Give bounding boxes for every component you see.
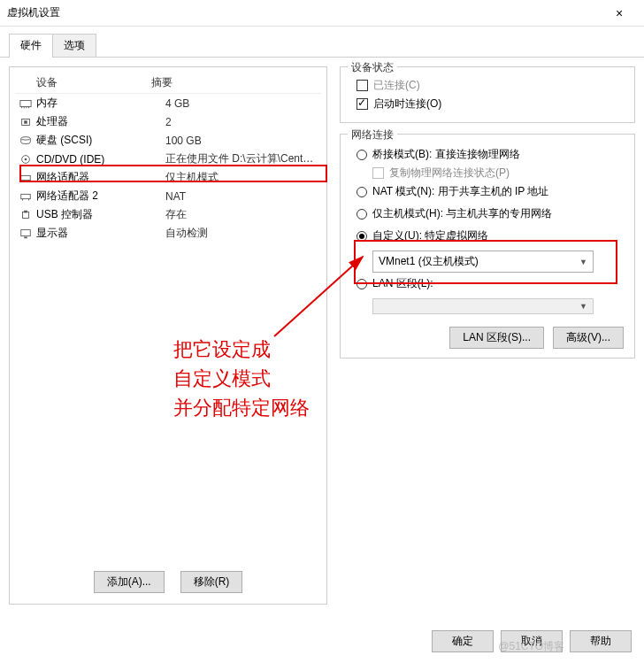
nat-label: NAT 模式(N): 用于共享主机的 IP 地址 (372, 184, 548, 199)
ok-button[interactable]: 确定 (432, 630, 494, 652)
radio-icon (356, 231, 367, 242)
lan-segments-button[interactable]: LAN 区段(S)... (449, 327, 544, 349)
annotation-line: 自定义模式 (173, 364, 310, 393)
hw-summary-label: 存在 (165, 207, 318, 222)
network-legend: 网络连接 (348, 127, 397, 143)
hw-row-usb[interactable]: USB 控制器 存在 (15, 205, 321, 224)
window-title: 虚拟机设置 (7, 5, 602, 20)
device-status-group: 设备状态 已连接(C) 启动时连接(O) (340, 66, 635, 123)
annotation-line: 把它设定成 (173, 335, 310, 364)
radio-custom[interactable]: 自定义(U): 特定虚拟网络 (351, 225, 625, 247)
connected-label: 已连接(C) (373, 78, 420, 93)
custom-network-value: VMnet1 (仅主机模式) (379, 254, 479, 269)
hw-device-label: 处理器 (36, 114, 165, 129)
svg-rect-13 (21, 194, 31, 198)
checkbox-icon (356, 98, 368, 110)
hardware-list: 设备 摘要 内存 4 GB 处理器 2 硬盘 (SCSI) 100 GB CD/… (15, 73, 321, 566)
cdrom-icon (19, 153, 33, 166)
hw-row-cpu[interactable]: 处理器 2 (15, 112, 321, 131)
hw-row-cdrom[interactable]: CD/DVD (IDE) 正在使用文件 D:\云计算\CentO... (15, 150, 321, 168)
hw-row-memory[interactable]: 内存 4 GB (15, 94, 321, 112)
svg-rect-17 (24, 210, 27, 212)
hw-summary-label: NAT (165, 190, 318, 203)
hw-summary-label: 自动检测 (165, 226, 318, 241)
hostonly-label: 仅主机模式(H): 与主机共享的专用网络 (372, 206, 552, 221)
hw-summary-label: 2 (165, 116, 318, 128)
svg-rect-6 (24, 120, 27, 124)
chevron-down-icon: ▼ (579, 302, 587, 311)
annotation-text: 把它设定成 自定义模式 并分配特定网络 (173, 335, 310, 422)
content-area: 设备 摘要 内存 4 GB 处理器 2 硬盘 (SCSI) 100 GB CD/… (0, 58, 644, 613)
svg-point-9 (25, 158, 27, 160)
hw-summary-label: 仅主机模式 (165, 170, 318, 185)
hw-row-nic1[interactable]: 网络适配器 仅主机模式 (15, 168, 321, 187)
checkbox-icon (372, 167, 384, 179)
radio-bridged[interactable]: 桥接模式(B): 直接连接物理网络 (351, 143, 625, 166)
header-device: 设备 (19, 75, 151, 90)
cpu-icon (19, 116, 33, 128)
watermark: @51CTO博客 (498, 639, 564, 654)
hw-row-display[interactable]: 显示器 自动检测 (15, 224, 321, 243)
lan-segment-select: ▼ (372, 298, 594, 314)
svg-rect-18 (21, 229, 31, 235)
hw-device-label: USB 控制器 (36, 207, 165, 222)
advanced-button[interactable]: 高级(V)... (553, 327, 624, 349)
connect-on-start-label: 启动时连接(O) (373, 96, 441, 112)
replicate-label: 复制物理网络连接状态(P) (389, 166, 510, 181)
svg-rect-10 (21, 175, 31, 180)
tab-bar: 硬件 选项 (0, 27, 644, 58)
chevron-down-icon: ▼ (579, 258, 587, 266)
memory-icon (19, 97, 33, 110)
display-icon (19, 227, 33, 240)
header-summary: 摘要 (151, 75, 318, 90)
hw-summary-label: 100 GB (165, 135, 318, 147)
hw-device-label: 显示器 (36, 226, 165, 241)
custom-network-select[interactable]: VMnet1 (仅主机模式) ▼ (372, 251, 594, 273)
network-connection-group: 网络连接 桥接模式(B): 直接连接物理网络 复制物理网络连接状态(P) NAT… (340, 134, 635, 358)
network-icon (19, 190, 33, 203)
radio-icon (356, 279, 367, 289)
radio-icon (356, 187, 367, 197)
device-status-legend: 设备状态 (348, 60, 397, 75)
radio-lan[interactable]: LAN 区段(L): (351, 273, 625, 295)
network-icon (19, 172, 33, 184)
radio-nat[interactable]: NAT 模式(N): 用于共享主机的 IP 地址 (351, 181, 625, 203)
network-extra-buttons: LAN 区段(S)... 高级(V)... (351, 327, 625, 349)
disk-icon (19, 135, 33, 147)
hardware-list-header: 设备 摘要 (15, 73, 321, 94)
svg-rect-0 (20, 100, 31, 106)
add-hardware-button[interactable]: 添加(A)... (94, 571, 165, 593)
hw-device-label: CD/DVD (IDE) (36, 153, 165, 166)
hw-device-label: 硬盘 (SCSI) (36, 133, 165, 148)
hw-device-label: 网络适配器 (36, 170, 165, 185)
remove-hardware-button[interactable]: 移除(R) (180, 571, 243, 593)
titlebar: 虚拟机设置 × (0, 0, 644, 27)
checkbox-icon (356, 80, 368, 91)
usb-icon (19, 209, 33, 221)
svg-point-7 (21, 136, 31, 140)
svg-rect-16 (23, 212, 29, 218)
connected-checkbox-row[interactable]: 已连接(C) (351, 76, 625, 95)
tab-hardware[interactable]: 硬件 (9, 34, 53, 57)
hw-device-label: 网络适配器 2 (36, 189, 165, 204)
hw-summary-label: 4 GB (165, 97, 318, 110)
replicate-checkbox-row: 复制物理网络连接状态(P) (351, 166, 625, 181)
tab-options[interactable]: 选项 (52, 34, 96, 57)
radio-icon (356, 209, 367, 220)
hw-row-nic2[interactable]: 网络适配器 2 NAT (15, 187, 321, 205)
connect-on-start-checkbox-row[interactable]: 启动时连接(O) (351, 95, 625, 113)
radio-hostonly[interactable]: 仅主机模式(H): 与主机共享的专用网络 (351, 203, 625, 225)
settings-panel: 设备状态 已连接(C) 启动时连接(O) 网络连接 桥接模式(B): 直接连接物… (340, 66, 635, 605)
radio-icon (356, 150, 367, 160)
custom-label: 自定义(U): 特定虚拟网络 (372, 228, 488, 243)
bridged-label: 桥接模式(B): 直接连接物理网络 (372, 147, 520, 162)
hw-row-disk[interactable]: 硬盘 (SCSI) 100 GB (15, 131, 321, 150)
help-button[interactable]: 帮助 (570, 630, 632, 652)
annotation-line: 并分配特定网络 (173, 393, 310, 422)
hw-device-label: 内存 (36, 96, 165, 111)
hw-summary-label: 正在使用文件 D:\云计算\CentO... (165, 151, 318, 166)
lan-label: LAN 区段(L): (372, 276, 433, 291)
close-icon[interactable]: × (602, 6, 637, 20)
hardware-buttons: 添加(A)... 移除(R) (15, 566, 321, 598)
